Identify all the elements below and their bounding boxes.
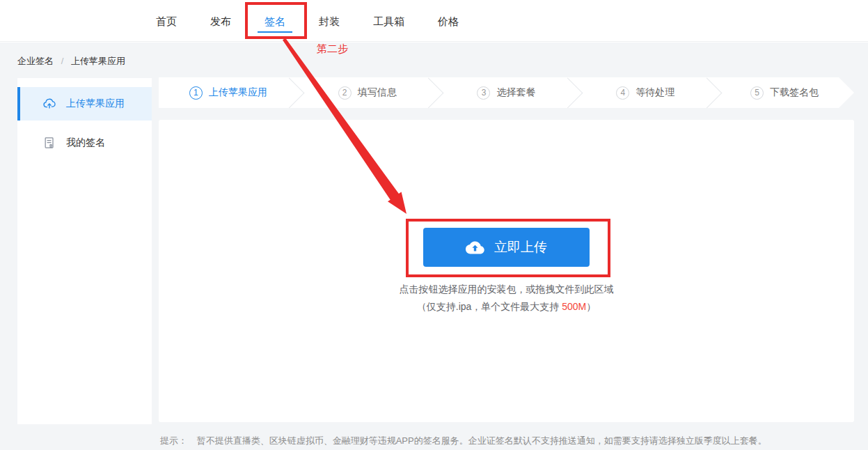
footer-tip-label: 提示： xyxy=(160,435,187,446)
breadcrumb: 企业签名 / 上传苹果应用 xyxy=(17,55,125,68)
page: 首页 发布 签名 封装 工具箱 价格 企业签名 / 上传苹果应用 xyxy=(0,0,868,450)
sidebar-item-label: 我的签名 xyxy=(66,137,105,149)
nav-tab-price[interactable]: 价格 xyxy=(431,15,466,33)
step-label: 下载签名包 xyxy=(770,86,819,99)
step-4-wait-processing: 4 等待处理 xyxy=(576,77,715,108)
sidebar-item-label: 上传苹果应用 xyxy=(66,98,125,110)
nav-tab-publish[interactable]: 发布 xyxy=(203,15,238,33)
footer-tip: 提示： 暂不提供直播类、区块链虚拟币、金融理财等违规APP的签名服务。企业证签名… xyxy=(160,435,767,447)
upload-button-label: 立即上传 xyxy=(494,238,547,256)
step-number: 4 xyxy=(616,86,629,100)
sidebar-item-my-signatures[interactable]: 我的签名 xyxy=(17,126,152,160)
footer-tip-text: 暂不提供直播类、区块链虚拟币、金融理财等违规APP的签名服务。企业证签名默认不支… xyxy=(197,435,767,446)
step-5-download-package: 5 下载签名包 xyxy=(715,77,854,108)
step-1-upload: 1 上传苹果应用 xyxy=(159,77,298,108)
upload-hint-line1: 点击按钮选择应用的安装包，或拖拽文件到此区域 xyxy=(159,284,854,296)
nav-tab-toolbox[interactable]: 工具箱 xyxy=(366,15,411,33)
top-nav: 首页 发布 签名 封装 工具箱 价格 xyxy=(0,0,868,42)
hint2-suffix: ） xyxy=(586,301,596,312)
breadcrumb-current: 上传苹果应用 xyxy=(71,56,125,66)
step-number: 3 xyxy=(477,86,490,100)
upload-now-button[interactable]: 立即上传 xyxy=(423,228,590,267)
nav-tab-package[interactable]: 封装 xyxy=(312,15,347,33)
nav-tab-sign[interactable]: 签名 xyxy=(258,15,292,33)
step-2-fill-info: 2 填写信息 xyxy=(298,77,437,108)
steps-bar: 1 上传苹果应用 2 填写信息 3 选择套餐 4 等待处理 5 下载签名包 xyxy=(159,77,854,108)
cloud-upload-icon xyxy=(42,97,56,111)
sidebar: 上传苹果应用 我的签名 xyxy=(17,78,152,424)
step-label: 选择套餐 xyxy=(496,86,535,99)
step-number: 1 xyxy=(189,86,203,100)
step-number: 5 xyxy=(750,86,764,100)
nav-tab-home[interactable]: 首页 xyxy=(149,15,184,33)
step-number: 2 xyxy=(338,86,352,100)
upload-hint-line2: （仅支持.ipa，单个文件最大支持 500M） xyxy=(159,301,854,313)
upload-panel[interactable]: 立即上传 点击按钮选择应用的安装包，或拖拽文件到此区域 （仅支持.ipa，单个文… xyxy=(159,120,854,422)
signature-doc-icon xyxy=(42,136,56,150)
max-size-value: 500M xyxy=(562,301,586,312)
step-label: 上传苹果应用 xyxy=(209,86,267,99)
sidebar-item-upload-apple-app[interactable]: 上传苹果应用 xyxy=(17,87,152,121)
content-area: 企业签名 / 上传苹果应用 上传苹果应用 xyxy=(0,42,868,450)
breadcrumb-parent[interactable]: 企业签名 xyxy=(17,56,54,66)
step-label: 填写信息 xyxy=(358,86,397,99)
step-3-choose-plan: 3 选择套餐 xyxy=(437,77,576,108)
hint2-prefix: （仅支持.ipa，单个文件最大支持 xyxy=(417,301,562,312)
nav-tabs: 首页 发布 签名 封装 工具箱 价格 xyxy=(149,15,466,33)
step-label: 等待处理 xyxy=(636,86,674,99)
cloud-upload-icon xyxy=(466,238,484,257)
breadcrumb-separator: / xyxy=(61,56,64,66)
